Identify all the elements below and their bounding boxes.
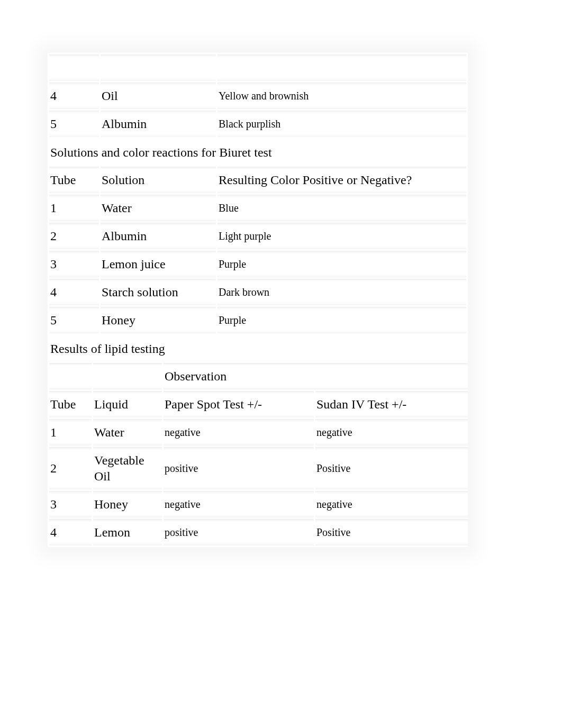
cell-solution: Albumin: [101, 223, 216, 249]
cell-paper: negative: [164, 491, 314, 517]
header-result: Resulting Color Positive or Negative?: [217, 167, 466, 193]
cell-result: Purple: [217, 251, 466, 277]
cell-result: Yellow and brownish: [217, 83, 466, 109]
cell-solution: Lemon juice: [101, 251, 216, 277]
table-row: 2 Vegetable Oil positive Positive: [49, 447, 468, 489]
cell-tube: 5: [49, 307, 99, 333]
cell-tube: 4: [49, 519, 92, 545]
biuret-title: Solutions and color reactions for Biuret…: [49, 140, 466, 165]
cell-result: Blue: [217, 195, 466, 221]
cell-result: Light purple: [217, 223, 466, 249]
cell-result: Dark brown: [217, 279, 466, 305]
tables-container: 4 Oil Yellow and brownish 5 Albumin Blac…: [48, 53, 468, 547]
cell-solution: Albumin: [101, 111, 216, 137]
header-tube: Tube: [49, 391, 92, 417]
table-row: 3 Honey negative negative: [49, 491, 468, 517]
cell-solution: Oil: [101, 83, 216, 109]
table-row: 3 Lemon juice Purple: [49, 251, 466, 277]
cell-paper: negative: [164, 419, 314, 445]
observation-label: Observation: [164, 363, 468, 389]
cell-solution: Water: [101, 195, 216, 221]
cell-tube: 1: [49, 419, 92, 445]
cell-tube: 5: [49, 111, 99, 137]
cell-result: Purple: [217, 307, 466, 333]
cell-sudan: negative: [315, 491, 468, 517]
cell-tube: 1: [49, 195, 99, 221]
biuret-table: Solutions and color reactions for Biuret…: [48, 139, 468, 335]
cell-tube: 3: [49, 491, 92, 517]
table-row: 5 Albumin Black purplish: [49, 111, 466, 137]
lipid-header-row: Tube Liquid Paper Spot Test +/- Sudan IV…: [49, 391, 468, 417]
header-sudan: Sudan IV Test +/-: [315, 391, 468, 417]
cell-paper: positive: [164, 519, 314, 545]
header-liquid: Liquid: [93, 391, 162, 417]
table-row: [49, 54, 466, 81]
cell-liquid: Water: [93, 419, 162, 445]
header-tube: Tube: [49, 167, 99, 193]
table-row: 4 Starch solution Dark brown: [49, 279, 466, 305]
table-row: 1 Water negative negative: [49, 419, 468, 445]
lipid-table: Results of lipid testing Observation Tub…: [48, 335, 469, 547]
document-page: 4 Oil Yellow and brownish 5 Albumin Blac…: [0, 0, 562, 728]
cell-sudan: Positive: [315, 447, 468, 489]
table-row: 2 Albumin Light purple: [49, 223, 466, 249]
cell-sudan: negative: [315, 419, 468, 445]
cell-tube: 4: [49, 83, 99, 109]
cell-tube: 2: [49, 223, 99, 249]
cell-empty: [49, 363, 92, 389]
table-row: 1 Water Blue: [49, 195, 466, 221]
table-row: 5 Honey Purple: [49, 307, 466, 333]
cell-liquid: Honey: [93, 491, 162, 517]
cell-sudan: Positive: [315, 519, 468, 545]
cell-empty: [217, 54, 466, 81]
cell-paper: positive: [164, 447, 314, 489]
cell-solution: Starch solution: [101, 279, 216, 305]
biuret-header-row: Tube Solution Resulting Color Positive o…: [49, 167, 466, 193]
biuret-title-row: Solutions and color reactions for Biuret…: [49, 140, 466, 165]
partial-table: 4 Oil Yellow and brownish 5 Albumin Blac…: [48, 53, 468, 139]
lipid-title: Results of lipid testing: [49, 336, 468, 361]
header-paper: Paper Spot Test +/-: [164, 391, 314, 417]
cell-empty: [93, 363, 162, 389]
cell-tube: 4: [49, 279, 99, 305]
lipid-observation-row: Observation: [49, 363, 468, 389]
cell-empty: [49, 54, 99, 81]
cell-solution: Honey: [101, 307, 216, 333]
cell-tube: 3: [49, 251, 99, 277]
lipid-title-row: Results of lipid testing: [49, 336, 468, 361]
table-row: 4 Lemon positive Positive: [49, 519, 468, 545]
cell-liquid: Lemon: [93, 519, 162, 545]
cell-liquid: Vegetable Oil: [93, 447, 162, 489]
cell-tube: 2: [49, 447, 92, 489]
cell-empty: [101, 54, 216, 81]
table-row: 4 Oil Yellow and brownish: [49, 83, 466, 109]
cell-result: Black purplish: [217, 111, 466, 137]
header-solution: Solution: [101, 167, 216, 193]
